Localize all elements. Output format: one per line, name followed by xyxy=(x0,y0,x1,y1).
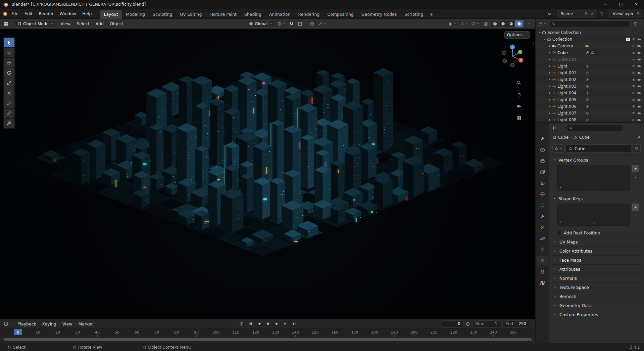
material-tab[interactable] xyxy=(537,267,548,276)
axis-neg-y[interactable] xyxy=(503,59,507,63)
zoom-view-button[interactable] xyxy=(516,79,523,86)
properties-search-input[interactable] xyxy=(566,125,623,131)
caret-right-icon[interactable] xyxy=(547,98,552,101)
modifiers-tab[interactable] xyxy=(537,212,548,221)
menu-help[interactable]: Help xyxy=(79,10,95,17)
disable-render-icon[interactable] xyxy=(637,98,641,102)
breadcrumb-object[interactable]: Cube xyxy=(558,135,568,140)
blender-menu-icon[interactable] xyxy=(2,11,8,16)
axis-neg-z[interactable] xyxy=(510,63,514,67)
hide-eye-icon[interactable] xyxy=(632,44,636,48)
workspace-tab-geometry-nodes[interactable]: Geometry Nodes xyxy=(358,10,400,19)
outliner-row-light-001[interactable]: Light.001 xyxy=(536,70,644,76)
scene-tab[interactable] xyxy=(537,179,548,187)
physics-tab[interactable] xyxy=(537,234,548,243)
menu-file[interactable]: File xyxy=(8,10,21,17)
caret-right-icon[interactable] xyxy=(547,71,552,75)
workspace-tab-animation[interactable]: Animation xyxy=(265,10,294,19)
hide-eye-icon[interactable] xyxy=(632,51,636,55)
disable-render-icon[interactable] xyxy=(637,91,641,95)
menu-window[interactable]: Window xyxy=(57,10,79,17)
caret-right-icon[interactable] xyxy=(547,105,552,108)
workspace-tab-texture-paint[interactable]: Texture Paint xyxy=(206,10,240,19)
jump-to-next-keyframe-button[interactable] xyxy=(281,320,289,327)
jump-to-end-button[interactable] xyxy=(290,320,298,327)
outliner-row-light-006[interactable]: Light.006 xyxy=(536,103,644,110)
end-frame-field[interactable]: End 250 xyxy=(502,320,529,327)
disable-render-icon[interactable] xyxy=(637,84,641,88)
breadcrumb-data[interactable]: Cube xyxy=(579,135,590,140)
object-data-tab[interactable] xyxy=(537,256,548,265)
fake-user-button[interactable] xyxy=(633,144,641,152)
caret-down-icon[interactable] xyxy=(542,38,547,41)
browse-viewlayer-button[interactable] xyxy=(598,10,608,17)
hide-eye-icon[interactable] xyxy=(632,78,636,82)
shape-keys-panel-header[interactable]: Shape Keys xyxy=(552,194,641,203)
disable-render-icon[interactable] xyxy=(637,57,641,61)
rendered-shading-button[interactable] xyxy=(515,20,523,27)
caret-right-icon[interactable] xyxy=(547,78,552,81)
timeline-scrollbar[interactable] xyxy=(3,338,533,342)
workspace-tab-compositing[interactable]: Compositing xyxy=(324,10,357,19)
hide-eye-icon[interactable] xyxy=(632,104,636,108)
panel-custom-properties[interactable]: Custom Properties xyxy=(552,310,641,319)
browse-scene-button[interactable] xyxy=(546,10,556,17)
show-gizmo-dropdown[interactable] xyxy=(459,20,469,28)
add-shape-key-button[interactable] xyxy=(632,204,639,211)
transform-pivot-dropdown[interactable] xyxy=(276,20,287,28)
orthographic-toggle-button[interactable] xyxy=(516,115,523,121)
properties-editor-type-dropdown[interactable] xyxy=(552,124,561,132)
viewport-render[interactable] xyxy=(0,29,535,319)
workspace-tab-uv-editing[interactable]: UV Editing xyxy=(176,10,205,19)
mode-dropdown[interactable]: Object Mode xyxy=(15,20,56,28)
toggle-xray[interactable] xyxy=(482,20,490,28)
caret-right-icon[interactable] xyxy=(547,58,552,61)
outliner-row-collection[interactable]: Collection✓ xyxy=(536,36,644,43)
outliner-editor-type-dropdown[interactable] xyxy=(538,20,547,28)
unlink-scene-button[interactable]: × xyxy=(590,11,595,16)
add-workspace-button[interactable]: + xyxy=(427,10,436,19)
timeline-scrollbar-thumb[interactable] xyxy=(3,338,532,341)
new-scene-icon[interactable] xyxy=(585,12,588,15)
timeline-menu-marker[interactable]: Marker xyxy=(75,320,96,327)
menu-edit[interactable]: Edit xyxy=(21,10,36,17)
jump-to-prev-keyframe-button[interactable] xyxy=(255,320,263,327)
caret-right-icon[interactable] xyxy=(547,118,552,122)
auto-keying-toggle[interactable] xyxy=(238,320,246,327)
minimize-button[interactable]: ─ xyxy=(598,0,613,9)
start-frame-field[interactable]: Start 1 xyxy=(472,320,500,327)
render-tab[interactable] xyxy=(537,145,548,154)
workspace-tab-layout[interactable]: Layout xyxy=(100,10,122,19)
hide-eye-icon[interactable] xyxy=(632,84,636,88)
caret-right-icon[interactable] xyxy=(547,51,552,54)
vertex-groups-list[interactable]: ∶∶∶ xyxy=(557,165,630,191)
solid-shading-button[interactable] xyxy=(499,20,507,27)
disable-render-icon[interactable] xyxy=(637,71,641,75)
outliner-row-light-005[interactable]: Light.005 xyxy=(536,96,644,103)
timeline-menu-keying[interactable]: Keying xyxy=(39,320,59,327)
hide-eye-icon[interactable] xyxy=(632,37,636,41)
browse-mesh-button[interactable] xyxy=(552,144,564,152)
panel-texture-space[interactable]: Texture Space xyxy=(552,282,641,292)
hide-eye-icon[interactable] xyxy=(632,98,636,102)
shape-key-specials-button[interactable] xyxy=(632,212,639,220)
hide-eye-icon[interactable] xyxy=(632,111,636,115)
transform-tool[interactable] xyxy=(4,88,14,98)
timeline-editor-type-dropdown[interactable] xyxy=(3,320,13,327)
caret-right-icon[interactable] xyxy=(547,112,552,115)
disable-render-icon[interactable] xyxy=(637,44,641,48)
caret-down-icon[interactable] xyxy=(537,31,542,34)
add-rest-position-checkbox[interactable] xyxy=(557,231,561,235)
timeline-ruler[interactable]: 0 01020304050607080901001101201301401501… xyxy=(0,328,535,337)
editor-type-dropdown[interactable] xyxy=(3,20,13,28)
rotate-tool[interactable] xyxy=(4,68,14,78)
workspace-tab-shading[interactable]: Shading xyxy=(241,10,265,19)
add-vertex-group-button[interactable] xyxy=(632,165,639,172)
menu-render[interactable]: Render xyxy=(36,10,57,17)
list-resize-grip[interactable]: ∶∶∶ xyxy=(591,187,596,190)
tool-tab[interactable] xyxy=(537,134,548,143)
vertex-groups-panel-header[interactable]: Vertex Groups xyxy=(552,156,641,164)
viewport-menu-view[interactable]: View xyxy=(58,20,74,27)
outliner-row-cube-001[interactable]: Cube.001 xyxy=(536,56,644,63)
shading-options-dropdown[interactable] xyxy=(525,20,533,28)
